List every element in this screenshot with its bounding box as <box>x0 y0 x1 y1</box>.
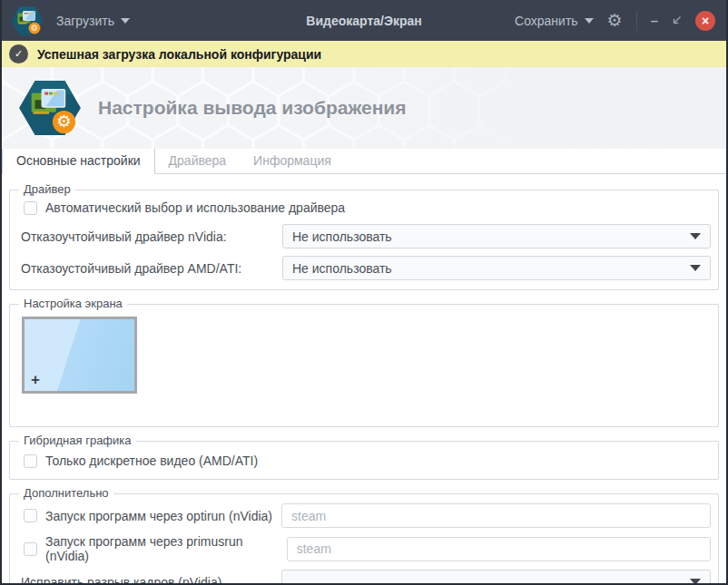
svg-text:⚙: ⚙ <box>56 112 72 131</box>
optirun-checkbox-row[interactable]: Запуск программ через optirun (nVidia) <box>24 509 272 523</box>
group-screen-legend: Настройка экрана <box>19 297 127 310</box>
svg-text:⚙: ⚙ <box>31 23 39 33</box>
tab-bar: Основные настройки Драйвера Информация <box>2 149 726 174</box>
group-driver-legend: Драйвер <box>19 182 75 196</box>
header-banner: ⚙ Настройка вывода изображения <box>2 67 726 149</box>
success-check-icon: ✓ <box>9 44 28 63</box>
amd-failsafe-select[interactable]: Не использовать <box>282 256 711 280</box>
tearfix-select[interactable] <box>281 570 711 585</box>
chevron-down-icon <box>690 579 701 585</box>
amd-failsafe-value: Не использовать <box>292 261 392 276</box>
primusrun-label: Запуск программ через primusrun (nVidia) <box>45 534 287 563</box>
group-driver: Драйвер Автоматический выбор и использов… <box>9 190 719 290</box>
discrete-only-checkbox-row[interactable]: Только дискретное видео (AMD/ATI) <box>24 453 711 468</box>
close-button[interactable]: × <box>695 11 715 31</box>
tab-main-settings[interactable]: Основные настройки <box>2 148 155 174</box>
tab-drivers[interactable]: Драйвера <box>155 149 241 173</box>
optirun-command-input[interactable] <box>281 503 711 528</box>
notification-text: Успешная загрузка локальной конфигурации <box>37 47 321 62</box>
titlebar: ⚙ Загрузить Видеокарта/Экран Сохранить ⚙… <box>2 0 726 41</box>
tearfix-row: Исправить разрыв кадров (nVidia) <box>21 570 711 585</box>
nvidia-failsafe-value: Не использовать <box>292 229 392 244</box>
screen-preview[interactable]: + <box>22 317 137 394</box>
primusrun-row: Запуск программ через primusrun (nVidia) <box>21 534 711 563</box>
primusrun-checkbox[interactable] <box>24 542 37 556</box>
group-additional: Дополнительно Запуск программ через opti… <box>9 493 719 585</box>
chevron-down-icon <box>690 233 701 239</box>
titlebar-controls: Сохранить ⚙ – × <box>515 11 715 31</box>
nvidia-failsafe-label: Отказоучтойчивый драйвер nVidia: <box>21 229 227 244</box>
primusrun-command-input[interactable] <box>287 537 711 561</box>
discrete-only-label: Только дискретное видео (AMD/ATI) <box>45 453 258 468</box>
chevron-down-icon <box>585 18 594 24</box>
group-hybrid-legend: Гибридная графика <box>19 434 136 447</box>
chevron-down-icon <box>121 18 130 24</box>
optirun-checkbox[interactable] <box>24 509 37 522</box>
auto-driver-checkbox[interactable] <box>24 201 37 215</box>
discrete-only-checkbox[interactable] <box>24 454 37 468</box>
auto-driver-checkbox-row[interactable]: Автоматический выбор и использование дра… <box>24 200 711 215</box>
auto-driver-label: Автоматический выбор и использование дра… <box>45 200 345 215</box>
optirun-row: Запуск программ через optirun (nVidia) <box>21 503 711 528</box>
amd-failsafe-label: Отказоустойчивый драйвер AMD/ATI: <box>21 261 241 276</box>
load-button[interactable]: Загрузить <box>56 14 130 28</box>
app-icon: ⚙ <box>11 6 44 35</box>
add-screen-icon[interactable]: + <box>31 372 40 387</box>
settings-gear-icon[interactable]: ⚙ <box>607 12 623 29</box>
app-window: ⚙ Загрузить Видеокарта/Экран Сохранить ⚙… <box>0 0 728 585</box>
titlebar-separator <box>636 11 637 31</box>
group-screen-settings: Настройка экрана + <box>9 304 719 427</box>
optirun-label: Запуск программ через optirun (nVidia) <box>45 509 272 523</box>
page-title: Настройка вывода изображения <box>98 97 407 119</box>
notification-bar: ✓ Успешная загрузка локальной конфигурац… <box>2 41 726 67</box>
save-button-label: Сохранить <box>515 14 578 28</box>
group-hybrid-graphics: Гибридная графика Только дискретное виде… <box>9 441 719 480</box>
app-banner-icon: ⚙ <box>18 80 82 136</box>
load-button-label: Загрузить <box>56 14 114 28</box>
chevron-down-icon <box>690 265 701 271</box>
save-button[interactable]: Сохранить <box>515 14 594 28</box>
tab-information[interactable]: Информация <box>240 149 345 173</box>
amd-failsafe-row: Отказоустойчивый драйвер AMD/ATI: Не исп… <box>21 256 711 280</box>
tearfix-label: Исправить разрыв кадров (nVidia) <box>21 575 221 585</box>
restore-icon <box>672 15 682 25</box>
restore-button[interactable] <box>672 15 682 25</box>
window-title: Видеокарта/Экран <box>306 14 421 28</box>
primusrun-checkbox-row[interactable]: Запуск программ через primusrun (nVidia) <box>24 534 287 563</box>
group-additional-legend: Дополнительно <box>19 486 113 500</box>
minimize-button[interactable]: – <box>651 13 658 28</box>
main-content: Драйвер Автоматический выбор и использов… <box>2 174 726 585</box>
nvidia-failsafe-select[interactable]: Не использовать <box>282 224 711 249</box>
nvidia-failsafe-row: Отказоучтойчивый драйвер nVidia: Не испо… <box>21 224 711 249</box>
